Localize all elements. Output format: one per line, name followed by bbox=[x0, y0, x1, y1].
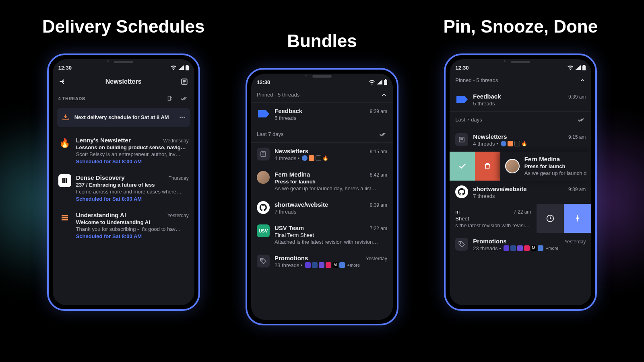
newspaper-button[interactable] bbox=[180, 77, 189, 86]
last7-header: Last 7 days bbox=[450, 111, 591, 128]
swipe-content[interactable]: Fern Medina Press for launch As we gear … bbox=[500, 152, 592, 181]
github-icon bbox=[259, 203, 268, 212]
list-item[interactable]: Fern Medina8:42 am Press for launch As w… bbox=[251, 166, 393, 196]
pinned-header[interactable]: Pinned - 5 threads bbox=[251, 88, 393, 102]
threads-count: 4 THREADS bbox=[58, 96, 85, 101]
avatar bbox=[257, 255, 270, 267]
swipe-row-pin[interactable]: m7:22 am Sheet s the latest revision wit… bbox=[450, 204, 591, 233]
svg-rect-5 bbox=[64, 178, 65, 183]
chevron-up-icon bbox=[381, 92, 387, 98]
list-item[interactable]: Dense DiscoveryThursday 237 / Embracing … bbox=[53, 169, 194, 207]
swipe-snooze-action[interactable] bbox=[537, 204, 564, 233]
swipe-row-done[interactable]: Fern Medina Press for launch As we gear … bbox=[450, 152, 591, 181]
swipe-delete-action[interactable] bbox=[475, 152, 500, 181]
item-subject: Lessons on building product sense, navig… bbox=[76, 144, 189, 150]
swipe-done-action[interactable] bbox=[450, 152, 475, 181]
last7-label: Last 7 days bbox=[455, 117, 482, 123]
list-item[interactable]: 🔥 Lenny's NewsletterWednesday Lessons on… bbox=[53, 132, 194, 169]
item-title: shortwave/website bbox=[275, 201, 328, 208]
status-icons bbox=[369, 79, 387, 85]
item-title: Understanding AI bbox=[76, 212, 126, 218]
item-scheduled: Scheduled for Sat 8:00 AM bbox=[76, 158, 189, 165]
item-preview: As we gear up for launch d bbox=[524, 170, 587, 176]
more-button[interactable]: ••• bbox=[180, 114, 186, 121]
swipe-pin-action[interactable] bbox=[564, 204, 591, 233]
pin-icon bbox=[574, 214, 582, 222]
item-subject: Final Term Sheet bbox=[275, 232, 387, 238]
swipe-content[interactable]: m7:22 am Sheet s the latest revision wit… bbox=[450, 204, 537, 233]
status-time: 12:30 bbox=[257, 79, 270, 85]
pinned-header[interactable]: Pinned - 5 threads bbox=[450, 73, 591, 88]
signal-icon bbox=[377, 80, 382, 84]
list-item[interactable]: shortwave/website9:39 am 7 threads bbox=[450, 181, 591, 204]
battery-icon bbox=[186, 65, 189, 70]
list-item[interactable]: USV USV Team7:22 am Final Term Sheet Att… bbox=[251, 220, 393, 250]
list-item[interactable]: PromotionsYesterday 23 threads • M +more bbox=[251, 250, 393, 273]
clock-icon bbox=[546, 214, 555, 223]
schedule-banner[interactable]: Next delivery schedule for Sat at 8 AM •… bbox=[57, 108, 190, 127]
github-icon bbox=[457, 187, 466, 196]
item-title-fragment: m bbox=[455, 209, 460, 215]
avatar bbox=[505, 159, 520, 173]
more-label: +more bbox=[347, 263, 360, 267]
svg-rect-14 bbox=[582, 66, 586, 70]
item-time: 9:39 am bbox=[568, 94, 586, 100]
back-button[interactable] bbox=[58, 77, 67, 86]
svg-rect-6 bbox=[66, 178, 67, 183]
item-subject: Press for launch bbox=[524, 163, 587, 169]
chevron-up-icon bbox=[579, 77, 586, 84]
svg-rect-10 bbox=[384, 80, 387, 85]
svg-rect-1 bbox=[186, 65, 188, 66]
done-all-icon[interactable] bbox=[578, 116, 586, 124]
check-icon bbox=[458, 162, 467, 171]
last7-header: Last 7 days bbox=[251, 126, 393, 142]
item-time: Wednesday bbox=[163, 138, 189, 144]
newspaper-icon bbox=[260, 150, 267, 158]
item-subject: Welcome to Understanding AI bbox=[76, 219, 189, 225]
notch-dot bbox=[305, 75, 307, 76]
svg-rect-3 bbox=[168, 96, 170, 101]
done-all-icon bbox=[180, 95, 188, 103]
item-time: Yesterday bbox=[564, 239, 586, 245]
sweep-button[interactable] bbox=[165, 94, 174, 103]
list-item[interactable]: Newsletters9:15 am 4 threads • 🔥 bbox=[450, 128, 591, 152]
tag-icon bbox=[458, 241, 465, 248]
item-time: 7:22 am bbox=[370, 226, 387, 231]
item-title: Newsletters bbox=[275, 148, 308, 154]
item-time: Yesterday bbox=[167, 213, 189, 218]
phone-frame-2: 12:30 Pinned - 5 threads bbox=[246, 68, 398, 325]
list-item[interactable]: Feedback9:39 am 5 threads bbox=[251, 102, 393, 126]
svg-rect-15 bbox=[583, 65, 585, 66]
list-item[interactable]: Newsletters9:15 am 4 threads • 🔥 bbox=[251, 142, 393, 166]
item-sub: 4 threads • bbox=[473, 141, 498, 147]
avatar bbox=[257, 171, 270, 184]
panel-delivery: Delivery Schedules 12:30 Ne bbox=[24, 16, 223, 311]
item-preview: Attached is the latest revision with rev… bbox=[275, 239, 387, 245]
svg-point-13 bbox=[262, 259, 262, 260]
battery-icon bbox=[384, 79, 387, 85]
list-item[interactable]: shortwave/website9:39 am 7 threads bbox=[251, 196, 393, 220]
item-title: Fern Medina bbox=[275, 171, 310, 178]
item-sub: 4 threads • bbox=[275, 155, 299, 161]
list-item[interactable]: Understanding AIYesterday Welcome to Und… bbox=[53, 207, 194, 244]
avatar bbox=[58, 174, 71, 187]
phone-frame-3: 12:30 Pinned - 5 threads Feedback9:39 am bbox=[444, 53, 597, 311]
item-preview: As we gear up for launch day, here's a l… bbox=[275, 185, 387, 191]
svg-point-18 bbox=[460, 243, 461, 243]
mini-icons: 🔥 bbox=[302, 155, 328, 161]
svg-rect-8 bbox=[62, 217, 68, 218]
item-time: 9:39 am bbox=[370, 109, 387, 114]
item-title: shortwave/website bbox=[473, 185, 526, 192]
item-scheduled: Scheduled for Sat 8:00 AM bbox=[76, 196, 189, 202]
avatar: USV bbox=[257, 224, 270, 237]
list-item[interactable]: PromotionsYesterday 23 threads • M +more bbox=[450, 233, 591, 256]
item-time: 9:15 am bbox=[568, 134, 586, 140]
done-all-button[interactable] bbox=[180, 94, 189, 103]
status-icons bbox=[567, 65, 586, 70]
done-all-icon[interactable] bbox=[379, 130, 387, 138]
item-time: 9:39 am bbox=[370, 202, 387, 208]
item-subject: Press for launch bbox=[275, 179, 387, 185]
inbox-download-icon bbox=[62, 113, 70, 121]
list-item[interactable]: Feedback9:39 am 5 threads bbox=[450, 88, 591, 111]
item-sub: 5 threads bbox=[275, 115, 387, 121]
